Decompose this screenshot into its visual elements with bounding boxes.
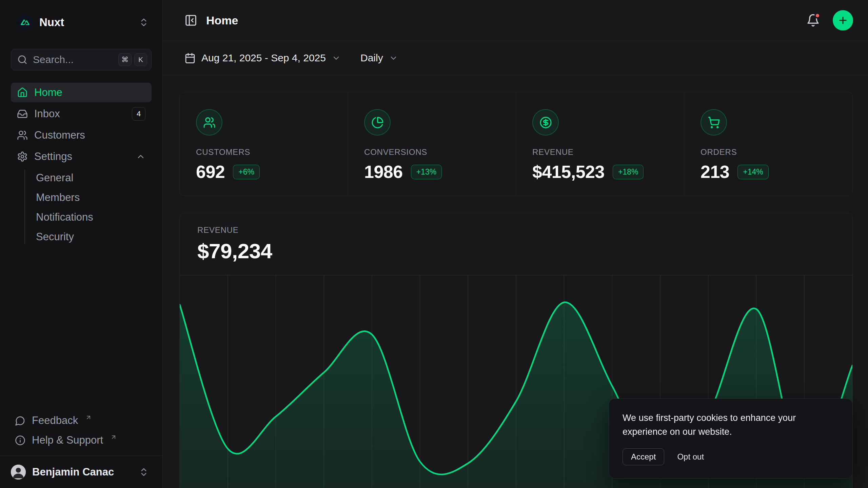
- sidebar-item-security[interactable]: Security: [36, 227, 152, 247]
- create-button[interactable]: [833, 10, 853, 30]
- sidebar-item-label: Customers: [34, 129, 85, 141]
- stat-value: 692: [196, 162, 225, 182]
- avatar: [11, 465, 26, 480]
- workspace-switcher[interactable]: Nuxt: [18, 13, 149, 32]
- page-title: Home: [206, 14, 238, 27]
- sidebar-item-label: Feedback: [32, 414, 78, 427]
- stat-label: ORDERS: [701, 147, 836, 157]
- chevron-down-icon: [389, 54, 398, 63]
- home-icon: [17, 87, 28, 98]
- sidebar-item-customers[interactable]: Customers: [11, 125, 152, 145]
- revenue-label: REVENUE: [197, 225, 836, 235]
- chat-icon: [15, 415, 25, 426]
- search-placeholder: Search...: [33, 54, 74, 65]
- sidebar-nav: HomeInbox4CustomersSettingsGeneralMember…: [11, 83, 152, 248]
- sidebar-item-label: Home: [34, 86, 62, 99]
- sidebar-item-label: Inbox: [34, 108, 60, 120]
- optout-cookies-button[interactable]: Opt out: [670, 449, 711, 465]
- kbd-k: K: [134, 53, 147, 66]
- kbd-cmd: ⌘: [118, 53, 132, 66]
- stat-delta-badge: +14%: [737, 165, 768, 179]
- date-range-value: Aug 21, 2025 - Sep 4, 2025: [201, 52, 326, 64]
- cart-icon: [701, 109, 727, 136]
- external-link-icon: [110, 434, 117, 441]
- stat-value: 213: [701, 162, 729, 182]
- panel-left-icon: [184, 14, 197, 27]
- user-menu[interactable]: Benjamin Canac: [0, 455, 162, 488]
- sidebar: Nuxt Search... ⌘ K HomeInbox4CustomersSe…: [0, 0, 163, 488]
- stats-row: CUSTOMERS692+6%CONVERSIONS1986+13%REVENU…: [179, 92, 853, 196]
- stat-value: $415,523: [532, 162, 605, 182]
- nuxt-logo-icon: [18, 15, 33, 30]
- sidebar-item-settings[interactable]: Settings: [11, 147, 152, 166]
- chevron-up-icon: [136, 152, 145, 161]
- stat-card-conversions: CONVERSIONS1986+13%: [348, 92, 516, 196]
- stat-card-orders: ORDERS213+14%: [684, 92, 852, 196]
- plus-icon: [837, 15, 848, 26]
- stat-card-revenue: REVENUE$415,523+18%: [516, 92, 684, 196]
- user-name: Benjamin Canac: [32, 466, 114, 478]
- stat-label: CUSTOMERS: [196, 147, 331, 157]
- date-range-picker[interactable]: Aug 21, 2025 - Sep 4, 2025: [184, 52, 341, 64]
- sidebar-item-label: Help & Support: [32, 434, 103, 446]
- gear-icon: [17, 151, 28, 162]
- inbox-count-badge: 4: [132, 107, 145, 121]
- external-link-icon: [85, 414, 92, 421]
- stat-value: 1986: [364, 162, 403, 182]
- topbar: Home: [163, 0, 868, 41]
- revenue-total: $79,234: [197, 239, 836, 263]
- cookie-message: We use first-party cookies to enhance yo…: [623, 411, 823, 439]
- info-icon: [15, 435, 25, 446]
- stat-card-customers: CUSTOMERS692+6%: [180, 92, 348, 196]
- sidebar-item-label: Settings: [34, 150, 72, 163]
- chevron-down-icon: [332, 54, 341, 63]
- sidebar-item-feedback[interactable]: Feedback: [11, 411, 152, 430]
- stat-delta-badge: +13%: [411, 165, 442, 179]
- chevrons-up-down-icon: [139, 17, 149, 27]
- sidebar-item-notifications[interactable]: Notifications: [36, 207, 152, 227]
- stat-label: REVENUE: [532, 147, 668, 157]
- pie-icon: [364, 109, 391, 136]
- sidebar-toggle-button[interactable]: [184, 14, 197, 27]
- sidebar-item-inbox[interactable]: Inbox4: [11, 104, 152, 124]
- sidebar-item-home[interactable]: Home: [11, 83, 152, 102]
- workspace-name: Nuxt: [39, 16, 64, 29]
- sidebar-footer: FeedbackHelp & Support: [0, 411, 162, 455]
- inbox-icon: [17, 108, 28, 119]
- chevrons-up-down-icon: [139, 467, 149, 477]
- granularity-value: Daily: [360, 52, 383, 64]
- stat-label: CONVERSIONS: [364, 147, 499, 157]
- notification-dot: [814, 13, 821, 19]
- sidebar-item-help-support[interactable]: Help & Support: [11, 430, 152, 450]
- notifications-button[interactable]: [806, 14, 820, 27]
- users-icon: [17, 130, 28, 141]
- calendar-icon: [184, 53, 196, 64]
- filter-bar: Aug 21, 2025 - Sep 4, 2025 Daily: [163, 41, 868, 75]
- cookie-consent-toast: We use first-party cookies to enhance yo…: [609, 399, 853, 479]
- search-icon: [17, 55, 27, 65]
- sidebar-item-members[interactable]: Members: [36, 188, 152, 207]
- search-shortcut: ⌘ K: [118, 53, 147, 66]
- sidebar-subnav-settings: GeneralMembersNotificationsSecurity: [11, 168, 152, 247]
- sidebar-item-general[interactable]: General: [36, 168, 152, 188]
- accept-cookies-button[interactable]: Accept: [623, 448, 664, 465]
- search-input[interactable]: Search... ⌘ K: [11, 49, 152, 70]
- stat-delta-badge: +6%: [233, 165, 260, 179]
- stat-delta-badge: +18%: [613, 165, 644, 179]
- granularity-select[interactable]: Daily: [360, 52, 398, 64]
- dollar-icon: [532, 109, 559, 136]
- users-icon: [196, 109, 222, 136]
